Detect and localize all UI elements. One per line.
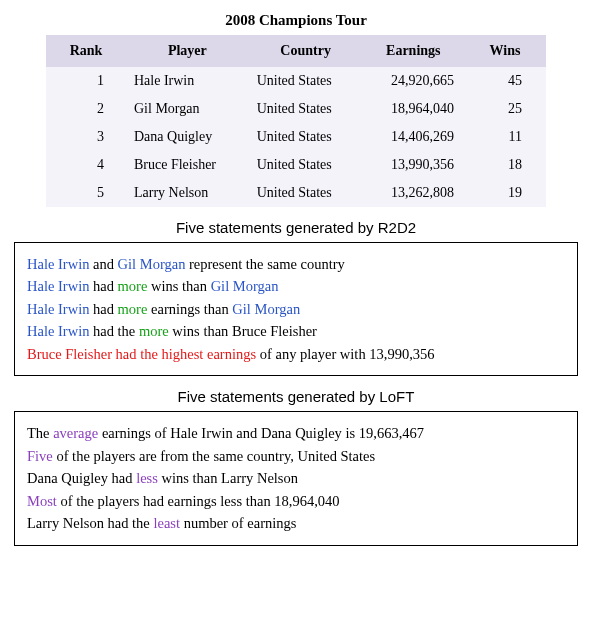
cell-country: United States: [249, 123, 363, 151]
text-segment: wins than Larry Nelson: [158, 470, 298, 486]
text-segment: earnings than: [147, 301, 232, 317]
text-segment: Five: [27, 448, 53, 464]
text-segment: wins than: [147, 278, 210, 294]
table-row: 3Dana QuigleyUnited States14,406,26911: [46, 123, 546, 151]
cell-country: United States: [249, 151, 363, 179]
table-row: 4Bruce FleisherUnited States13,990,35618: [46, 151, 546, 179]
text-segment: average: [53, 425, 98, 441]
col-rank: Rank: [46, 35, 126, 67]
text-segment: earnings of Hale Irwin and Dana Quigley …: [98, 425, 424, 441]
text-segment: Hale Irwin: [27, 323, 89, 339]
text-segment: more: [118, 301, 148, 317]
cell-rank: 5: [46, 179, 126, 207]
text-segment: Bruce Fleisher had the highest earnings: [27, 346, 256, 362]
statement-line: Most of the players had earnings less th…: [27, 490, 565, 512]
text-segment: less: [136, 470, 158, 486]
cell-country: United States: [249, 95, 363, 123]
col-wins: Wins: [464, 35, 546, 67]
statement-line: Hale Irwin had more wins than Gil Morgan: [27, 275, 565, 297]
cell-player: Gil Morgan: [126, 95, 249, 123]
cell-player: Bruce Fleisher: [126, 151, 249, 179]
text-segment: wins than Bruce Fleisher: [169, 323, 317, 339]
text-segment: more: [118, 278, 148, 294]
text-segment: of the players are from the same country…: [53, 448, 375, 464]
statements-box: The average earnings of Hale Irwin and D…: [14, 411, 578, 545]
text-segment: of any player with 13,990,356: [256, 346, 434, 362]
page-title: 2008 Champions Tour: [8, 12, 584, 29]
text-segment: number of earnings: [180, 515, 296, 531]
text-segment: of the players had earnings less than 18…: [57, 493, 340, 509]
text-segment: Hale Irwin: [27, 256, 89, 272]
sections-container: Five statements generated by R2D2Hale Ir…: [8, 219, 584, 546]
cell-wins: 11: [464, 123, 546, 151]
cell-rank: 1: [46, 67, 126, 95]
table-body: 1Hale IrwinUnited States24,920,665452Gil…: [46, 67, 546, 207]
statement-line: Hale Irwin and Gil Morgan represent the …: [27, 253, 565, 275]
text-segment: more: [139, 323, 169, 339]
text-segment: had: [89, 278, 117, 294]
statement-line: Hale Irwin had more earnings than Gil Mo…: [27, 298, 565, 320]
cell-wins: 18: [464, 151, 546, 179]
cell-wins: 25: [464, 95, 546, 123]
statements-box: Hale Irwin and Gil Morgan represent the …: [14, 242, 578, 376]
cell-rank: 4: [46, 151, 126, 179]
text-segment: Larry Nelson had the: [27, 515, 153, 531]
cell-wins: 19: [464, 179, 546, 207]
cell-earnings: 24,920,665: [363, 67, 464, 95]
text-segment: had the: [89, 323, 139, 339]
text-segment: The: [27, 425, 53, 441]
col-earnings: Earnings: [363, 35, 464, 67]
cell-rank: 3: [46, 123, 126, 151]
text-segment: Gil Morgan: [118, 256, 186, 272]
text-segment: Gil Morgan: [211, 278, 279, 294]
statement-line: Hale Irwin had the more wins than Bruce …: [27, 320, 565, 342]
cell-earnings: 13,990,356: [363, 151, 464, 179]
statement-line: Dana Quigley had less wins than Larry Ne…: [27, 467, 565, 489]
cell-earnings: 13,262,808: [363, 179, 464, 207]
text-segment: Hale Irwin: [27, 301, 89, 317]
text-segment: and: [89, 256, 117, 272]
text-segment: least: [153, 515, 180, 531]
cell-player: Larry Nelson: [126, 179, 249, 207]
text-segment: Gil Morgan: [232, 301, 300, 317]
cell-player: Hale Irwin: [126, 67, 249, 95]
text-segment: represent the same country: [185, 256, 344, 272]
statement-line: Five of the players are from the same co…: [27, 445, 565, 467]
text-segment: Hale Irwin: [27, 278, 89, 294]
cell-wins: 45: [464, 67, 546, 95]
statement-line: The average earnings of Hale Irwin and D…: [27, 422, 565, 444]
statement-line: Larry Nelson had the least number of ear…: [27, 512, 565, 534]
cell-player: Dana Quigley: [126, 123, 249, 151]
text-segment: Dana Quigley had: [27, 470, 136, 486]
table-row: 5Larry NelsonUnited States13,262,80819: [46, 179, 546, 207]
text-segment: had: [89, 301, 117, 317]
data-table: Rank Player Country Earnings Wins 1Hale …: [46, 35, 546, 207]
col-country: Country: [249, 35, 363, 67]
cell-earnings: 18,964,040: [363, 95, 464, 123]
table-header-row: Rank Player Country Earnings Wins: [46, 35, 546, 67]
section-caption: Five statements generated by LoFT: [8, 388, 584, 405]
text-segment: Most: [27, 493, 57, 509]
section-caption: Five statements generated by R2D2: [8, 219, 584, 236]
table-row: 1Hale IrwinUnited States24,920,66545: [46, 67, 546, 95]
cell-rank: 2: [46, 95, 126, 123]
cell-country: United States: [249, 67, 363, 95]
table-row: 2Gil MorganUnited States18,964,04025: [46, 95, 546, 123]
cell-country: United States: [249, 179, 363, 207]
statement-line: Bruce Fleisher had the highest earnings …: [27, 343, 565, 365]
col-player: Player: [126, 35, 249, 67]
cell-earnings: 14,406,269: [363, 123, 464, 151]
